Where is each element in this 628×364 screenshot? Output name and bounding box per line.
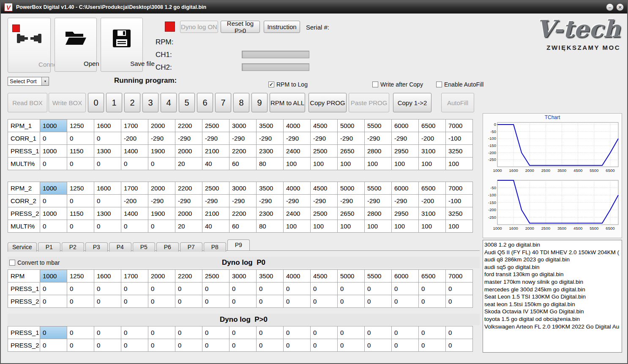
close-icon[interactable]: ✕ bbox=[616, 3, 624, 11]
table-cell[interactable]: 0 bbox=[284, 339, 311, 352]
table-cell[interactable]: 1150 bbox=[67, 145, 94, 158]
table-cell[interactable]: 1900 bbox=[148, 207, 175, 220]
table-cell[interactable]: 2200 bbox=[175, 270, 202, 283]
table-cell[interactable]: 0 bbox=[121, 158, 148, 170]
table-cell[interactable]: 0 bbox=[392, 295, 419, 308]
table-cell[interactable]: 2950 bbox=[392, 207, 419, 220]
table-cell[interactable]: 2800 bbox=[365, 207, 392, 220]
table-cell[interactable]: 0 bbox=[365, 326, 392, 339]
file-list-item[interactable]: mercedes gle 300d 245km go digital.bin bbox=[484, 286, 620, 293]
digit-button-1[interactable]: 1 bbox=[106, 93, 122, 112]
tab-service[interactable]: Service bbox=[8, 242, 37, 252]
table-cell[interactable]: 5500 bbox=[365, 120, 392, 132]
table-cell[interactable]: 0 bbox=[175, 295, 202, 308]
table-cell[interactable]: 2500 bbox=[202, 182, 229, 195]
table-cell[interactable]: 0 bbox=[419, 283, 446, 295]
table-cell[interactable]: 0 bbox=[446, 283, 473, 295]
table-cell[interactable]: 100 bbox=[365, 158, 392, 170]
table-cell[interactable]: 80 bbox=[257, 158, 284, 170]
file-list-item[interactable]: audi sq5 go digital.bin bbox=[484, 263, 620, 271]
table-cell[interactable]: 100 bbox=[311, 158, 338, 170]
table-cell[interactable]: 100 bbox=[311, 220, 338, 233]
table-cell[interactable]: 0 bbox=[67, 283, 94, 295]
table-cell[interactable]: 0 bbox=[446, 339, 473, 352]
file-list-item[interactable]: Skoda Octavia IV 150KM Go Digital.bin bbox=[484, 308, 620, 315]
table-cell[interactable]: 60 bbox=[229, 220, 257, 233]
table-cell[interactable]: 0 bbox=[148, 295, 175, 308]
table-cell[interactable]: 0 bbox=[94, 326, 121, 339]
table-cell[interactable]: 0 bbox=[311, 326, 338, 339]
table-cell[interactable]: 3000 bbox=[229, 182, 257, 195]
table-cell[interactable]: -290 bbox=[229, 132, 257, 145]
table-cell[interactable]: 0 bbox=[175, 339, 202, 352]
table-cell[interactable]: 2100 bbox=[202, 145, 229, 158]
rpm-to-log-checkbox[interactable]: ✓ RPM to Log bbox=[268, 81, 308, 88]
table-cell[interactable]: 0 bbox=[148, 283, 175, 295]
table-cell[interactable]: -290 bbox=[392, 195, 419, 207]
table-cell[interactable]: 1000 bbox=[40, 270, 67, 283]
table-cell[interactable]: 0 bbox=[94, 195, 121, 207]
table-cell[interactable]: 5000 bbox=[338, 182, 365, 195]
table-cell[interactable]: -290 bbox=[257, 132, 284, 145]
table-cell[interactable]: -290 bbox=[229, 195, 257, 207]
table-cell[interactable]: 2950 bbox=[392, 145, 419, 158]
table-cell[interactable]: 40 bbox=[202, 158, 229, 170]
table-cell[interactable]: 0 bbox=[365, 283, 392, 295]
table-cell[interactable]: 0 bbox=[148, 339, 175, 352]
table-cell[interactable]: 0 bbox=[338, 326, 365, 339]
table-cell[interactable]: 6500 bbox=[419, 120, 446, 132]
table-cell[interactable]: 1000 bbox=[40, 182, 67, 195]
minimize-icon[interactable]: – bbox=[606, 3, 614, 11]
table-cell[interactable]: 2400 bbox=[284, 207, 311, 220]
table-cell[interactable]: 100 bbox=[284, 158, 311, 170]
file-list-item[interactable]: master 170km nowy silnik go digital.bin bbox=[484, 278, 620, 286]
digit-button-2[interactable]: 2 bbox=[124, 93, 140, 112]
table-cell[interactable]: 0 bbox=[229, 295, 257, 308]
table-cell[interactable]: -290 bbox=[338, 195, 365, 207]
select-port-dropdown[interactable]: Select Port ▼ bbox=[8, 77, 49, 86]
table-cell[interactable]: 3500 bbox=[257, 182, 284, 195]
table-cell[interactable]: 1700 bbox=[121, 182, 148, 195]
table-cell[interactable]: 2300 bbox=[257, 145, 284, 158]
table-cell[interactable]: 2400 bbox=[284, 145, 311, 158]
table-cell[interactable]: -290 bbox=[175, 195, 202, 207]
table-cell[interactable]: 0 bbox=[392, 283, 419, 295]
table-cell[interactable]: 3250 bbox=[446, 207, 473, 220]
table-cell[interactable]: 60 bbox=[229, 158, 257, 170]
table-cell[interactable]: 3250 bbox=[446, 145, 473, 158]
table-cell[interactable]: -290 bbox=[148, 195, 175, 207]
table-cell[interactable]: 1250 bbox=[67, 182, 94, 195]
table-cell[interactable]: 0 bbox=[229, 326, 257, 339]
table-cell[interactable]: 20 bbox=[175, 220, 202, 233]
table-cell[interactable]: -290 bbox=[148, 132, 175, 145]
table-cell[interactable]: 3500 bbox=[257, 120, 284, 132]
table-cell[interactable]: 0 bbox=[121, 220, 148, 233]
table-cell[interactable]: 1000 bbox=[40, 207, 67, 220]
table-cell[interactable]: 0 bbox=[40, 339, 67, 352]
table-cell[interactable]: -290 bbox=[284, 195, 311, 207]
table-cell[interactable]: 0 bbox=[284, 283, 311, 295]
digit-button-0[interactable]: 0 bbox=[88, 93, 104, 112]
table-cell[interactable]: 3100 bbox=[419, 207, 446, 220]
table-cell[interactable]: 0 bbox=[175, 283, 202, 295]
table-cell[interactable]: 0 bbox=[94, 158, 121, 170]
table-cell[interactable]: 100 bbox=[392, 158, 419, 170]
table-cell[interactable]: -100 bbox=[446, 132, 473, 145]
table-cell[interactable]: 2800 bbox=[365, 145, 392, 158]
table-cell[interactable]: 0 bbox=[311, 339, 338, 352]
table-cell[interactable]: 0 bbox=[202, 283, 229, 295]
table-cell[interactable]: 0 bbox=[257, 339, 284, 352]
table-cell[interactable]: 0 bbox=[121, 283, 148, 295]
table-cell[interactable]: 6500 bbox=[419, 182, 446, 195]
table-cell[interactable]: 2200 bbox=[175, 120, 202, 132]
file-list-item[interactable]: seat leon 1.5tsi 150km go digital.bin bbox=[484, 301, 620, 308]
table-cell[interactable]: -200 bbox=[419, 132, 446, 145]
file-list-item[interactable]: audi q8 286km 2023 go digital.bin bbox=[484, 256, 620, 263]
table-cell[interactable]: 5500 bbox=[365, 182, 392, 195]
table-cell[interactable]: -290 bbox=[202, 132, 229, 145]
autofill-button[interactable]: AutoFill bbox=[441, 93, 474, 112]
tab-p6[interactable]: P6 bbox=[156, 242, 179, 252]
table-cell[interactable]: 5000 bbox=[338, 120, 365, 132]
table-cell[interactable]: -290 bbox=[365, 195, 392, 207]
table-cell[interactable]: 100 bbox=[365, 220, 392, 233]
